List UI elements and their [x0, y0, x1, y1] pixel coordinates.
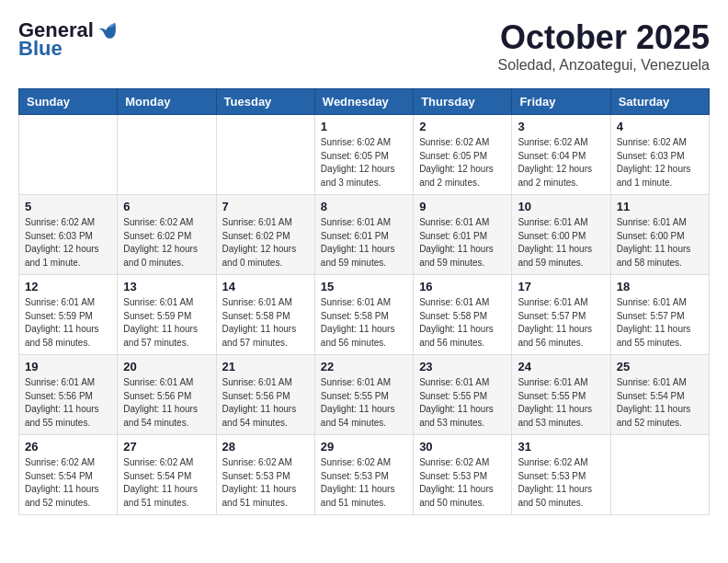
day-number: 12 — [25, 280, 111, 293]
calendar-cell: 24Sunrise: 6:01 AM Sunset: 5:55 PM Dayli… — [512, 355, 610, 435]
col-header-friday: Friday — [512, 89, 610, 115]
day-number: 28 — [222, 440, 309, 454]
calendar-cell: 19Sunrise: 6:01 AM Sunset: 5:56 PM Dayli… — [19, 355, 118, 435]
calendar-cell: 21Sunrise: 6:01 AM Sunset: 5:56 PM Dayli… — [216, 355, 314, 435]
calendar-cell — [19, 115, 118, 195]
calendar-cell — [610, 435, 709, 515]
day-info: Sunrise: 6:02 AM Sunset: 5:53 PM Dayligh… — [321, 456, 407, 510]
day-number: 21 — [222, 360, 309, 373]
calendar-cell — [118, 115, 216, 195]
day-number: 5 — [25, 200, 111, 213]
day-info: Sunrise: 6:01 AM Sunset: 5:58 PM Dayligh… — [419, 296, 506, 350]
calendar-cell: 25Sunrise: 6:01 AM Sunset: 5:54 PM Dayli… — [610, 355, 709, 435]
location-subtitle: Soledad, Anzoategui, Venezuela — [498, 57, 710, 74]
calendar-week-row: 19Sunrise: 6:01 AM Sunset: 5:56 PM Dayli… — [19, 355, 710, 435]
day-number: 18 — [617, 280, 703, 293]
calendar-cell: 28Sunrise: 6:02 AM Sunset: 5:53 PM Dayli… — [216, 435, 314, 515]
calendar-cell: 20Sunrise: 6:01 AM Sunset: 5:56 PM Dayli… — [118, 355, 216, 435]
page-header: General Blue October 2025 Soledad, Anzoa… — [18, 18, 710, 74]
calendar-cell: 17Sunrise: 6:01 AM Sunset: 5:57 PM Dayli… — [512, 275, 610, 355]
calendar-cell: 9Sunrise: 6:01 AM Sunset: 6:01 PM Daylig… — [414, 195, 512, 275]
calendar-cell: 10Sunrise: 6:01 AM Sunset: 6:00 PM Dayli… — [512, 195, 610, 275]
day-info: Sunrise: 6:02 AM Sunset: 6:03 PM Dayligh… — [617, 136, 703, 190]
calendar-cell: 11Sunrise: 6:01 AM Sunset: 6:00 PM Dayli… — [610, 195, 709, 275]
day-number: 9 — [419, 200, 506, 213]
day-info: Sunrise: 6:01 AM Sunset: 5:57 PM Dayligh… — [518, 296, 604, 350]
day-info: Sunrise: 6:01 AM Sunset: 5:59 PM Dayligh… — [25, 296, 111, 350]
col-header-sunday: Sunday — [19, 89, 118, 115]
day-info: Sunrise: 6:01 AM Sunset: 5:58 PM Dayligh… — [321, 296, 407, 350]
calendar-cell: 2Sunrise: 6:02 AM Sunset: 6:05 PM Daylig… — [414, 115, 512, 195]
day-info: Sunrise: 6:01 AM Sunset: 5:56 PM Dayligh… — [222, 376, 309, 430]
calendar-cell: 27Sunrise: 6:02 AM Sunset: 5:54 PM Dayli… — [118, 435, 216, 515]
calendar-cell: 12Sunrise: 6:01 AM Sunset: 5:59 PM Dayli… — [19, 275, 118, 355]
day-number: 23 — [419, 360, 506, 373]
col-header-wednesday: Wednesday — [314, 89, 413, 115]
col-header-saturday: Saturday — [610, 89, 709, 115]
month-title: October 2025 — [498, 18, 710, 57]
calendar-table: SundayMondayTuesdayWednesdayThursdayFrid… — [18, 88, 710, 515]
day-number: 17 — [518, 280, 604, 293]
calendar-week-row: 5Sunrise: 6:02 AM Sunset: 6:03 PM Daylig… — [19, 195, 710, 275]
calendar-cell: 15Sunrise: 6:01 AM Sunset: 5:58 PM Dayli… — [314, 275, 413, 355]
calendar-cell: 1Sunrise: 6:02 AM Sunset: 6:05 PM Daylig… — [314, 115, 413, 195]
day-number: 11 — [617, 200, 703, 213]
calendar-week-row: 1Sunrise: 6:02 AM Sunset: 6:05 PM Daylig… — [19, 115, 710, 195]
day-info: Sunrise: 6:02 AM Sunset: 5:53 PM Dayligh… — [419, 456, 506, 510]
logo-bird-icon — [97, 20, 118, 40]
calendar-header-row: SundayMondayTuesdayWednesdayThursdayFrid… — [19, 89, 710, 115]
day-number: 6 — [123, 200, 210, 213]
calendar-week-row: 12Sunrise: 6:01 AM Sunset: 5:59 PM Dayli… — [19, 275, 710, 355]
calendar-cell: 8Sunrise: 6:01 AM Sunset: 6:01 PM Daylig… — [314, 195, 413, 275]
day-info: Sunrise: 6:01 AM Sunset: 5:56 PM Dayligh… — [123, 376, 210, 430]
calendar-cell: 5Sunrise: 6:02 AM Sunset: 6:03 PM Daylig… — [19, 195, 118, 275]
day-number: 30 — [419, 440, 506, 454]
day-number: 3 — [518, 120, 604, 133]
col-header-monday: Monday — [118, 89, 216, 115]
col-header-tuesday: Tuesday — [216, 89, 314, 115]
day-number: 10 — [518, 200, 604, 213]
calendar-cell: 31Sunrise: 6:02 AM Sunset: 5:53 PM Dayli… — [512, 435, 610, 515]
day-info: Sunrise: 6:02 AM Sunset: 5:53 PM Dayligh… — [518, 456, 604, 510]
day-info: Sunrise: 6:01 AM Sunset: 6:01 PM Dayligh… — [419, 216, 506, 270]
day-number: 24 — [518, 360, 604, 373]
day-info: Sunrise: 6:01 AM Sunset: 5:59 PM Dayligh… — [123, 296, 210, 350]
calendar-cell: 4Sunrise: 6:02 AM Sunset: 6:03 PM Daylig… — [610, 115, 709, 195]
day-info: Sunrise: 6:02 AM Sunset: 5:54 PM Dayligh… — [25, 456, 111, 510]
day-number: 2 — [419, 120, 506, 133]
day-info: Sunrise: 6:01 AM Sunset: 5:54 PM Dayligh… — [617, 376, 703, 430]
calendar-cell: 26Sunrise: 6:02 AM Sunset: 5:54 PM Dayli… — [19, 435, 118, 515]
day-number: 31 — [518, 440, 604, 454]
calendar-cell: 22Sunrise: 6:01 AM Sunset: 5:55 PM Dayli… — [314, 355, 413, 435]
calendar-cell: 16Sunrise: 6:01 AM Sunset: 5:58 PM Dayli… — [414, 275, 512, 355]
day-number: 15 — [321, 280, 407, 293]
day-number: 4 — [617, 120, 703, 133]
calendar-cell: 23Sunrise: 6:01 AM Sunset: 5:55 PM Dayli… — [414, 355, 512, 435]
day-number: 16 — [419, 280, 506, 293]
day-info: Sunrise: 6:01 AM Sunset: 5:55 PM Dayligh… — [419, 376, 506, 430]
calendar-cell — [216, 115, 314, 195]
day-number: 7 — [222, 200, 309, 213]
day-info: Sunrise: 6:01 AM Sunset: 5:58 PM Dayligh… — [222, 296, 309, 350]
day-number: 19 — [25, 360, 111, 373]
calendar-cell: 3Sunrise: 6:02 AM Sunset: 6:04 PM Daylig… — [512, 115, 610, 195]
day-info: Sunrise: 6:01 AM Sunset: 6:01 PM Dayligh… — [321, 216, 407, 270]
day-number: 27 — [123, 440, 210, 454]
calendar-cell: 7Sunrise: 6:01 AM Sunset: 6:02 PM Daylig… — [216, 195, 314, 275]
day-info: Sunrise: 6:01 AM Sunset: 6:02 PM Dayligh… — [222, 216, 309, 270]
day-info: Sunrise: 6:02 AM Sunset: 6:03 PM Dayligh… — [25, 216, 111, 270]
day-number: 1 — [321, 120, 407, 133]
day-number: 29 — [321, 440, 407, 454]
day-info: Sunrise: 6:02 AM Sunset: 5:54 PM Dayligh… — [123, 456, 210, 510]
day-number: 25 — [617, 360, 703, 373]
calendar-cell: 18Sunrise: 6:01 AM Sunset: 5:57 PM Dayli… — [610, 275, 709, 355]
calendar-cell: 30Sunrise: 6:02 AM Sunset: 5:53 PM Dayli… — [414, 435, 512, 515]
day-info: Sunrise: 6:02 AM Sunset: 6:05 PM Dayligh… — [321, 136, 407, 190]
day-info: Sunrise: 6:01 AM Sunset: 5:57 PM Dayligh… — [617, 296, 703, 350]
day-info: Sunrise: 6:01 AM Sunset: 5:56 PM Dayligh… — [25, 376, 111, 430]
day-info: Sunrise: 6:02 AM Sunset: 6:04 PM Dayligh… — [518, 136, 604, 190]
logo: General Blue — [18, 18, 118, 61]
day-info: Sunrise: 6:01 AM Sunset: 5:55 PM Dayligh… — [518, 376, 604, 430]
day-info: Sunrise: 6:01 AM Sunset: 5:55 PM Dayligh… — [321, 376, 407, 430]
day-info: Sunrise: 6:01 AM Sunset: 6:00 PM Dayligh… — [518, 216, 604, 270]
